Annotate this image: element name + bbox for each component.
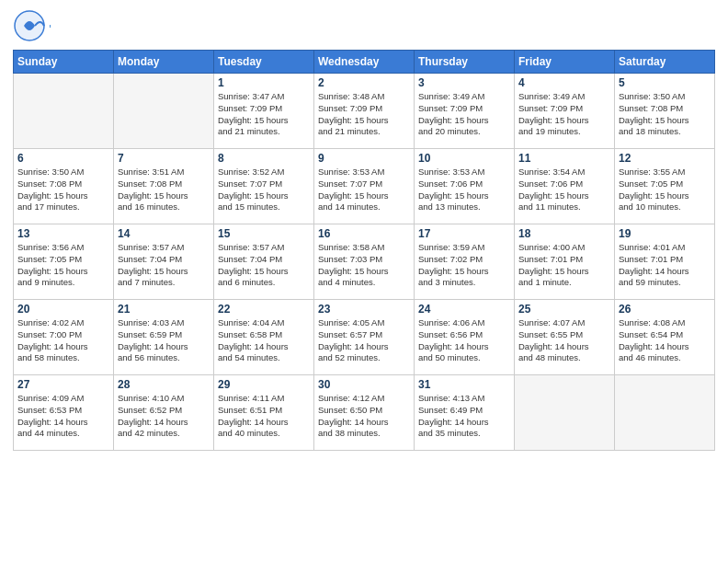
day-number: 20 xyxy=(17,303,109,316)
cell-info: Sunrise: 3:49 AM Sunset: 7:09 PM Dayligh… xyxy=(518,91,610,138)
day-number: 16 xyxy=(318,227,410,240)
calendar-cell: 27Sunrise: 4:09 AM Sunset: 6:53 PM Dayli… xyxy=(14,375,114,451)
calendar-cell: 20Sunrise: 4:02 AM Sunset: 7:00 PM Dayli… xyxy=(14,300,114,375)
cell-info: Sunrise: 3:59 AM Sunset: 7:02 PM Dayligh… xyxy=(418,242,510,289)
calendar-cell xyxy=(515,375,615,451)
calendar-table: SundayMondayTuesdayWednesdayThursdayFrid… xyxy=(13,50,715,451)
cell-info: Sunrise: 4:11 AM Sunset: 6:51 PM Dayligh… xyxy=(218,393,310,440)
calendar-cell: 25Sunrise: 4:07 AM Sunset: 6:55 PM Dayli… xyxy=(515,300,615,375)
day-number: 4 xyxy=(518,76,610,89)
calendar-cell: 5Sunrise: 3:50 AM Sunset: 7:08 PM Daylig… xyxy=(615,74,715,149)
cell-info: Sunrise: 3:51 AM Sunset: 7:08 PM Dayligh… xyxy=(118,167,210,213)
day-number: 14 xyxy=(118,227,210,240)
cell-info: Sunrise: 4:05 AM Sunset: 6:57 PM Dayligh… xyxy=(318,317,410,364)
calendar-cell xyxy=(114,74,214,149)
cell-info: Sunrise: 3:53 AM Sunset: 7:06 PM Dayligh… xyxy=(418,167,510,213)
day-number: 17 xyxy=(418,227,510,240)
cell-info: Sunrise: 4:04 AM Sunset: 6:58 PM Dayligh… xyxy=(218,317,310,364)
cell-info: Sunrise: 4:08 AM Sunset: 6:54 PM Dayligh… xyxy=(619,317,711,364)
calendar-cell: 3Sunrise: 3:49 AM Sunset: 7:09 PM Daylig… xyxy=(415,74,515,149)
week-row-3: 13Sunrise: 3:56 AM Sunset: 7:05 PM Dayli… xyxy=(14,224,715,300)
week-row-1: 1Sunrise: 3:47 AM Sunset: 7:09 PM Daylig… xyxy=(14,74,715,149)
cell-info: Sunrise: 3:55 AM Sunset: 7:05 PM Dayligh… xyxy=(619,167,711,213)
day-number: 12 xyxy=(619,152,711,165)
calendar-cell: 13Sunrise: 3:56 AM Sunset: 7:05 PM Dayli… xyxy=(14,224,114,300)
cell-info: Sunrise: 4:01 AM Sunset: 7:01 PM Dayligh… xyxy=(619,242,711,289)
day-number: 2 xyxy=(318,76,410,89)
calendar-cell: 12Sunrise: 3:55 AM Sunset: 7:05 PM Dayli… xyxy=(615,149,715,224)
day-number: 13 xyxy=(17,227,109,240)
day-number: 31 xyxy=(418,378,510,391)
weekday-header-friday: Friday xyxy=(515,51,615,74)
day-number: 9 xyxy=(318,152,410,165)
calendar-cell: 10Sunrise: 3:53 AM Sunset: 7:06 PM Dayli… xyxy=(415,149,515,224)
weekday-header-saturday: Saturday xyxy=(615,51,715,74)
day-number: 15 xyxy=(218,227,310,240)
calendar-cell xyxy=(14,74,114,149)
day-number: 3 xyxy=(418,76,510,89)
weekday-header-wednesday: Wednesday xyxy=(314,51,415,74)
day-number: 5 xyxy=(619,76,711,89)
cell-info: Sunrise: 3:50 AM Sunset: 7:08 PM Dayligh… xyxy=(619,91,711,138)
cell-info: Sunrise: 3:54 AM Sunset: 7:06 PM Dayligh… xyxy=(518,167,610,213)
week-row-5: 27Sunrise: 4:09 AM Sunset: 6:53 PM Dayli… xyxy=(14,375,715,451)
day-number: 19 xyxy=(619,227,711,240)
calendar-cell: 24Sunrise: 4:06 AM Sunset: 6:56 PM Dayli… xyxy=(415,300,515,375)
day-number: 28 xyxy=(118,378,210,391)
calendar-page: SundayMondayTuesdayWednesdayThursdayFrid… xyxy=(0,0,728,563)
calendar-cell: 30Sunrise: 4:12 AM Sunset: 6:50 PM Dayli… xyxy=(314,375,415,451)
day-number: 26 xyxy=(619,303,711,316)
calendar-cell: 14Sunrise: 3:57 AM Sunset: 7:04 PM Dayli… xyxy=(114,224,214,300)
cell-info: Sunrise: 3:57 AM Sunset: 7:04 PM Dayligh… xyxy=(218,242,310,289)
cell-info: Sunrise: 3:57 AM Sunset: 7:04 PM Dayligh… xyxy=(118,242,210,289)
day-number: 29 xyxy=(218,378,310,391)
day-number: 8 xyxy=(218,152,310,165)
logo xyxy=(13,9,51,42)
calendar-cell: 6Sunrise: 3:50 AM Sunset: 7:08 PM Daylig… xyxy=(14,149,114,224)
cell-info: Sunrise: 3:56 AM Sunset: 7:05 PM Dayligh… xyxy=(17,242,109,289)
cell-info: Sunrise: 4:09 AM Sunset: 6:53 PM Dayligh… xyxy=(17,393,109,440)
day-number: 22 xyxy=(218,303,310,316)
cell-info: Sunrise: 3:52 AM Sunset: 7:07 PM Dayligh… xyxy=(218,167,310,213)
calendar-cell: 15Sunrise: 3:57 AM Sunset: 7:04 PM Dayli… xyxy=(214,224,314,300)
weekday-header-row: SundayMondayTuesdayWednesdayThursdayFrid… xyxy=(14,51,715,74)
weekday-header-thursday: Thursday xyxy=(415,51,515,74)
header xyxy=(13,9,715,42)
day-number: 7 xyxy=(118,152,210,165)
calendar-cell: 1Sunrise: 3:47 AM Sunset: 7:09 PM Daylig… xyxy=(214,74,314,149)
calendar-cell: 11Sunrise: 3:54 AM Sunset: 7:06 PM Dayli… xyxy=(515,149,615,224)
cell-info: Sunrise: 4:13 AM Sunset: 6:49 PM Dayligh… xyxy=(418,393,510,440)
weekday-header-sunday: Sunday xyxy=(14,51,114,74)
day-number: 21 xyxy=(118,303,210,316)
calendar-cell: 29Sunrise: 4:11 AM Sunset: 6:51 PM Dayli… xyxy=(214,375,314,451)
cell-info: Sunrise: 3:58 AM Sunset: 7:03 PM Dayligh… xyxy=(318,242,410,289)
cell-info: Sunrise: 4:00 AM Sunset: 7:01 PM Dayligh… xyxy=(518,242,610,289)
calendar-cell: 16Sunrise: 3:58 AM Sunset: 7:03 PM Dayli… xyxy=(314,224,415,300)
day-number: 10 xyxy=(418,152,510,165)
cell-info: Sunrise: 3:53 AM Sunset: 7:07 PM Dayligh… xyxy=(318,167,410,213)
cell-info: Sunrise: 4:07 AM Sunset: 6:55 PM Dayligh… xyxy=(518,317,610,364)
cell-info: Sunrise: 4:10 AM Sunset: 6:52 PM Dayligh… xyxy=(118,393,210,440)
calendar-cell: 8Sunrise: 3:52 AM Sunset: 7:07 PM Daylig… xyxy=(214,149,314,224)
calendar-cell: 19Sunrise: 4:01 AM Sunset: 7:01 PM Dayli… xyxy=(615,224,715,300)
cell-info: Sunrise: 4:12 AM Sunset: 6:50 PM Dayligh… xyxy=(318,393,410,440)
cell-info: Sunrise: 4:02 AM Sunset: 7:00 PM Dayligh… xyxy=(17,317,109,364)
cell-info: Sunrise: 3:48 AM Sunset: 7:09 PM Dayligh… xyxy=(318,91,410,138)
calendar-cell: 7Sunrise: 3:51 AM Sunset: 7:08 PM Daylig… xyxy=(114,149,214,224)
week-row-4: 20Sunrise: 4:02 AM Sunset: 7:00 PM Dayli… xyxy=(14,300,715,375)
cell-info: Sunrise: 4:03 AM Sunset: 6:59 PM Dayligh… xyxy=(118,317,210,364)
logo-underline xyxy=(50,25,51,28)
weekday-header-tuesday: Tuesday xyxy=(214,51,314,74)
day-number: 23 xyxy=(318,303,410,316)
day-number: 6 xyxy=(17,152,109,165)
cell-info: Sunrise: 3:50 AM Sunset: 7:08 PM Dayligh… xyxy=(17,167,109,213)
calendar-cell: 21Sunrise: 4:03 AM Sunset: 6:59 PM Dayli… xyxy=(114,300,214,375)
logo-icon xyxy=(13,9,46,42)
week-row-2: 6Sunrise: 3:50 AM Sunset: 7:08 PM Daylig… xyxy=(14,149,715,224)
day-number: 27 xyxy=(17,378,109,391)
calendar-cell: 23Sunrise: 4:05 AM Sunset: 6:57 PM Dayli… xyxy=(314,300,415,375)
calendar-cell: 4Sunrise: 3:49 AM Sunset: 7:09 PM Daylig… xyxy=(515,74,615,149)
day-number: 24 xyxy=(418,303,510,316)
day-number: 11 xyxy=(518,152,610,165)
calendar-cell: 31Sunrise: 4:13 AM Sunset: 6:49 PM Dayli… xyxy=(415,375,515,451)
